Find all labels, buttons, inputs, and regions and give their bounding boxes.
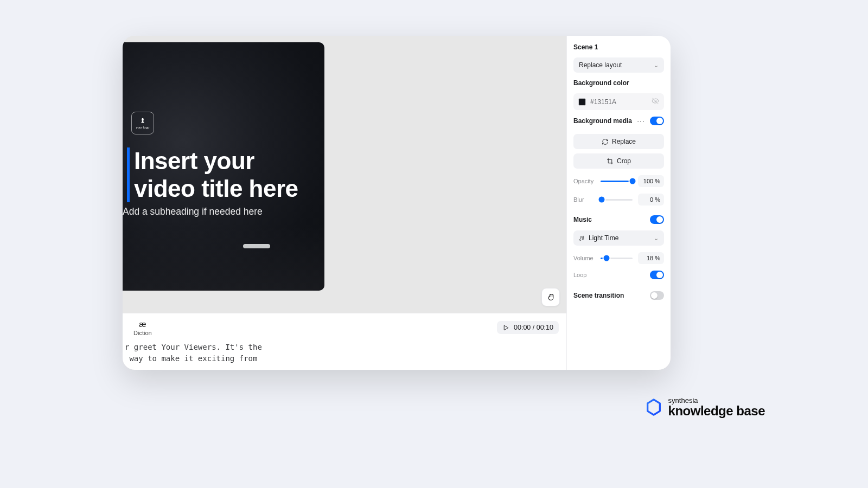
crop-icon — [607, 158, 614, 165]
diction-label: Diction — [133, 330, 152, 336]
bg-color-label: Background color — [573, 79, 664, 87]
blur-value-box[interactable]: 0 % — [638, 194, 664, 206]
bg-media-label: Background media — [573, 117, 632, 125]
script-toolbar: æ Diction 00:00 / 00:10 — [123, 318, 566, 337]
script-text[interactable]: r greet Your Viewers. It's the way to ma… — [123, 337, 566, 364]
blur-row: Blur 0 % — [573, 194, 664, 206]
replace-label: Replace — [612, 138, 636, 145]
logo-icon — [139, 117, 146, 125]
crop-button[interactable]: Crop — [573, 153, 664, 169]
app-window: your logo Insert your video title here A… — [123, 36, 671, 370]
scene-title: Scene 1 — [573, 43, 664, 51]
video-subtitle[interactable]: Add a subheading if needed here — [123, 206, 263, 217]
bg-media-header: Background media ··· — [573, 117, 664, 125]
loop-label: Loop — [573, 272, 586, 278]
replace-icon — [602, 138, 609, 145]
music-note-icon — [579, 235, 585, 241]
volume-value-box[interactable]: 18 % — [638, 252, 664, 264]
footer-brand: synthesia knowledge base — [644, 397, 765, 418]
replace-button[interactable]: Replace — [573, 134, 664, 149]
crop-label: Crop — [617, 157, 631, 165]
logo-placeholder[interactable]: your logo — [131, 112, 154, 134]
loop-toggle[interactable] — [650, 271, 664, 279]
play-icon — [502, 324, 509, 331]
brand-big: knowledge base — [668, 404, 765, 418]
play-timecode: 00:00 / 00:10 — [514, 324, 553, 331]
loop-row: Loop — [573, 271, 664, 279]
canvas-column: your logo Insert your video title here A… — [123, 36, 566, 370]
visibility-off-icon[interactable] — [652, 97, 659, 106]
transition-row: Scene transition — [573, 291, 664, 300]
music-toggle[interactable] — [650, 215, 664, 224]
chevron-down-icon: ⌄ — [654, 235, 659, 242]
opacity-value-box[interactable]: 100 % — [638, 175, 664, 187]
opacity-row: Opacity 100 % — [573, 175, 664, 187]
chevron-down-icon: ⌄ — [654, 62, 659, 69]
pan-tool-button[interactable] — [541, 288, 560, 306]
more-icon[interactable]: ··· — [637, 117, 645, 125]
bg-color-field[interactable]: #13151A — [573, 93, 664, 110]
volume-row: Volume 18 % — [573, 252, 664, 264]
opacity-label: Opacity — [573, 178, 595, 184]
bg-media-toggle[interactable] — [650, 117, 664, 125]
video-title-line2: video title here — [134, 175, 298, 202]
script-panel: æ Diction 00:00 / 00:10 r greet Your Vie… — [123, 313, 566, 370]
hand-icon — [546, 293, 556, 302]
bg-color-value: #13151A — [590, 98, 616, 106]
diction-button[interactable]: æ Diction — [130, 318, 155, 337]
blur-label: Blur — [573, 196, 595, 203]
video-title-line1: Insert your — [134, 147, 254, 174]
logo-label: your logo — [136, 126, 150, 129]
bg-media-actions: Replace Crop — [573, 134, 664, 169]
play-control[interactable]: 00:00 / 00:10 — [497, 321, 559, 334]
music-header: Music — [573, 215, 664, 224]
volume-label: Volume — [573, 255, 595, 261]
stage-decoration — [243, 244, 270, 248]
diction-icon: æ — [139, 319, 146, 329]
music-label: Music — [573, 216, 592, 223]
inspector-panel: Scene 1 Replace layout ⌄ Background colo… — [566, 36, 671, 370]
transition-label: Scene transition — [573, 292, 624, 299]
replace-layout-select[interactable]: Replace layout ⌄ — [573, 57, 664, 73]
transition-toggle[interactable] — [650, 291, 664, 300]
volume-slider[interactable] — [601, 258, 633, 259]
video-title-block[interactable]: Insert your video title here — [127, 147, 298, 202]
blur-slider[interactable] — [601, 199, 633, 201]
opacity-slider[interactable] — [601, 181, 633, 182]
video-canvas[interactable]: your logo Insert your video title here A… — [123, 42, 324, 291]
music-track-select[interactable]: Light Time ⌄ — [573, 230, 664, 246]
brand-hex-icon — [644, 398, 663, 416]
color-swatch — [578, 98, 586, 106]
stage-area: your logo Insert your video title here A… — [123, 36, 566, 313]
replace-layout-label: Replace layout — [579, 61, 622, 69]
music-track-name: Light Time — [589, 234, 618, 242]
